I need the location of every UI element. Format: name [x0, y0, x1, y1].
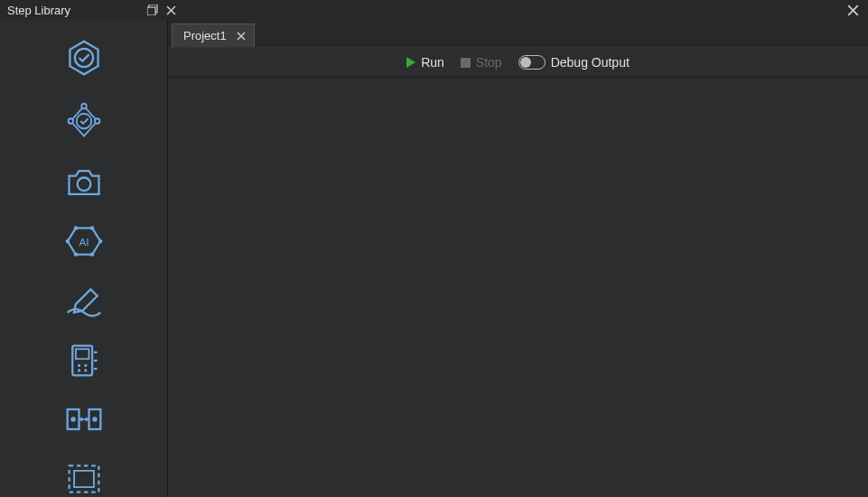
stop-icon — [461, 58, 471, 68]
svg-point-22 — [77, 369, 79, 371]
debug-output-toggle[interactable]: Debug Output — [518, 55, 630, 70]
svg-point-23 — [84, 369, 87, 371]
step-library-sidebar: AI — [0, 20, 168, 497]
top-right — [181, 4, 868, 16]
svg-point-11 — [73, 227, 78, 231]
debug-label: Debug Output — [551, 55, 630, 70]
camera-icon[interactable] — [62, 164, 106, 200]
align-horizontal-icon[interactable] — [62, 402, 106, 437]
ai-hexagon-icon[interactable]: AI — [62, 223, 106, 259]
svg-point-29 — [70, 417, 76, 423]
toggle-switch-icon — [518, 55, 546, 70]
hexagon-check-icon[interactable] — [62, 38, 106, 78]
undock-icon[interactable] — [146, 4, 159, 16]
tab-label: Project1 — [183, 29, 227, 42]
editor-canvas[interactable] — [168, 78, 868, 497]
svg-point-3 — [74, 49, 92, 67]
svg-rect-1 — [147, 7, 155, 15]
top-strip: Step Library — [0, 0, 868, 20]
svg-point-20 — [77, 363, 79, 366]
sidebar-title: Step Library — [7, 4, 70, 17]
svg-point-21 — [84, 363, 87, 366]
svg-rect-35 — [74, 471, 94, 487]
stop-label: Stop — [476, 55, 502, 70]
diamond-check-icon[interactable] — [62, 101, 106, 141]
sidebar-controls — [146, 4, 177, 16]
tab-bar: Project1 — [168, 20, 868, 47]
svg-point-12 — [89, 227, 94, 231]
run-button[interactable]: Run — [406, 55, 444, 70]
close-icon[interactable] — [164, 4, 177, 16]
play-icon — [406, 57, 415, 68]
svg-point-7 — [68, 118, 73, 124]
svg-marker-4 — [70, 107, 97, 136]
tab-close-icon[interactable] — [236, 31, 247, 42]
run-label: Run — [421, 55, 444, 70]
content-area: Project1 Run Stop Debug Output — [168, 20, 868, 497]
svg-point-14 — [89, 253, 94, 258]
svg-point-30 — [92, 417, 98, 423]
svg-point-15 — [73, 253, 78, 258]
svg-point-16 — [65, 239, 70, 244]
dashed-rect-icon[interactable] — [62, 461, 106, 497]
svg-point-5 — [81, 104, 87, 109]
device-icon[interactable] — [62, 342, 106, 379]
svg-point-9 — [77, 177, 90, 191]
svg-text:AI: AI — [79, 236, 89, 248]
stop-button[interactable]: Stop — [461, 55, 502, 70]
pen-wave-icon[interactable] — [62, 283, 106, 318]
svg-point-8 — [76, 114, 91, 129]
svg-rect-19 — [75, 349, 89, 359]
toolbar: Run Stop Debug Output — [168, 47, 868, 78]
main-close-icon[interactable] — [846, 4, 859, 16]
sidebar-header: Step Library — [0, 0, 181, 20]
svg-point-13 — [98, 239, 102, 244]
tab-project1[interactable]: Project1 — [172, 23, 255, 47]
svg-point-6 — [94, 118, 99, 124]
main: AI — [0, 20, 868, 497]
